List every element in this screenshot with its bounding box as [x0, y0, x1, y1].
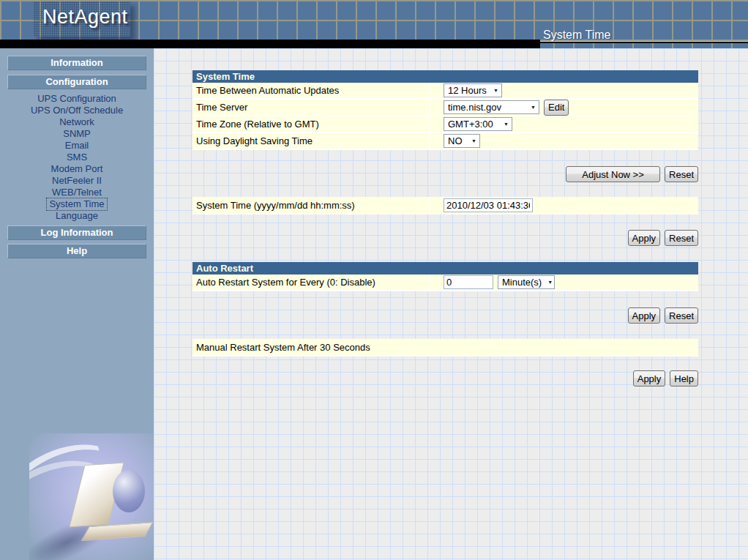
sidebar-section-log-information[interactable]: Log Information [7, 225, 146, 240]
time-zone-value: GMT+3:00 [448, 119, 493, 130]
auto-restart-unit-select[interactable]: Minute(s) ▼ [498, 275, 555, 289]
manual-restart-apply-button[interactable]: Apply [633, 370, 666, 387]
system-time-table-title: System Time [192, 70, 698, 83]
chevron-down-icon: ▼ [493, 88, 498, 93]
sidebar-section-help[interactable]: Help [7, 244, 146, 258]
sidebar-item-netfeeler-ii[interactable]: NetFeeler II [0, 175, 154, 187]
chevron-down-icon: ▼ [547, 280, 553, 285]
adjust-now-button[interactable]: Adjust Now >> [566, 166, 660, 182]
sidebar-item-sms[interactable]: SMS [0, 152, 154, 163]
netagent-illustration [29, 433, 154, 560]
daylight-saving-select[interactable]: NO ▼ [444, 134, 480, 148]
sidebar-config-links: UPS Configuration UPS On/Off Schedule Ne… [0, 93, 154, 222]
title-underline-dark [540, 42, 748, 43]
sidebar-section-information[interactable]: Information [7, 56, 146, 70]
main-content: System Time Time Between Automatic Updat… [154, 48, 748, 560]
manual-restart-help-button[interactable]: Help [670, 370, 698, 387]
auto-restart-interval-input[interactable] [444, 275, 493, 289]
sidebar-item-snmp[interactable]: SNMP [0, 128, 154, 140]
system-time-input[interactable] [444, 198, 533, 212]
table-row: Time Server time.nist.gov ▼ Edit [192, 100, 698, 116]
chevron-down-icon: ▼ [471, 138, 476, 143]
update-interval-select[interactable]: 12 Hours ▼ [444, 83, 502, 97]
update-interval-value: 12 Hours [448, 85, 487, 96]
table-row: Time Zone (Relative to GMT) GMT+3:00 ▼ [192, 116, 698, 133]
sidebar-item-system-time[interactable]: System Time [47, 198, 106, 210]
sidebar-item-ups-configuration[interactable]: UPS Configuration [0, 93, 154, 105]
adjust-reset-button[interactable]: Reset [665, 166, 698, 182]
app-header: NetAgent System Time [0, 0, 748, 48]
system-time-button-row: Apply Reset [192, 230, 698, 246]
header-divider-bar [0, 40, 540, 48]
table-row: Time Between Automatic Updates 12 Hours … [192, 83, 698, 100]
table-row: Auto Restart System for Every (0: Disabl… [192, 275, 698, 291]
row-label: Time Server [192, 100, 430, 115]
sidebar-item-email[interactable]: Email [0, 140, 154, 152]
auto-restart-table-title: Auto Restart [192, 262, 698, 275]
row-label: Using Daylight Saving Time [192, 133, 430, 149]
auto-restart-table: Auto Restart Auto Restart System for Eve… [192, 262, 698, 291]
time-server-value: time.nist.gov [448, 102, 501, 113]
auto-restart-unit-value: Minute(s) [502, 277, 542, 288]
time-zone-select[interactable]: GMT+3:00 ▼ [444, 117, 512, 131]
table-row: System Time (yyyy/mm/dd hh:mm:ss) [192, 197, 698, 214]
system-time-label: System Time (yyyy/mm/dd hh:mm:ss) [192, 197, 430, 213]
chevron-down-icon: ▼ [531, 105, 536, 110]
auto-restart-label: Auto Restart System for Every (0: Disabl… [192, 275, 430, 290]
app-logo: NetAgent [42, 6, 128, 29]
time-server-select[interactable]: time.nist.gov ▼ [444, 100, 539, 114]
table-row: Manual Restart System After 30 Seconds [192, 339, 698, 356]
page-title: System Time [543, 29, 610, 42]
sidebar-item-modem-port[interactable]: Modem Port [0, 163, 154, 175]
sidebar-item-network[interactable]: Network [0, 116, 154, 128]
system-time-value-table: System Time (yyyy/mm/dd hh:mm:ss) [192, 197, 698, 214]
manual-restart-button-row: Apply Help [192, 370, 698, 387]
adjust-button-row: Adjust Now >> Reset [192, 166, 698, 182]
auto-restart-apply-button[interactable]: Apply [628, 307, 661, 324]
table-row: Using Daylight Saving Time NO ▼ [192, 133, 698, 150]
sidebar-section-configuration[interactable]: Configuration [7, 75, 146, 89]
illustration-globe [113, 470, 145, 512]
chevron-down-icon: ▼ [504, 122, 509, 127]
sidebar: Information Configuration UPS Configurat… [0, 48, 154, 560]
auto-restart-button-row: Apply Reset [192, 307, 698, 324]
edit-time-server-button[interactable]: Edit [544, 100, 569, 116]
row-label: Time Zone (Relative to GMT) [192, 116, 430, 132]
system-time-table: System Time Time Between Automatic Updat… [192, 70, 698, 150]
manual-restart-table: Manual Restart System After 30 Seconds [192, 339, 698, 356]
auto-restart-reset-button[interactable]: Reset [665, 307, 698, 324]
sidebar-item-ups-on-off-schedule[interactable]: UPS On/Off Schedule [0, 105, 154, 116]
sidebar-item-language[interactable]: Language [0, 210, 154, 222]
system-time-reset-button[interactable]: Reset [665, 230, 698, 246]
manual-restart-label: Manual Restart System After 30 Seconds [192, 339, 698, 355]
sidebar-item-web-telnet[interactable]: WEB/Telnet [0, 187, 154, 198]
row-label: Time Between Automatic Updates [192, 83, 430, 98]
system-time-apply-button[interactable]: Apply [628, 230, 661, 246]
daylight-saving-value: NO [448, 135, 463, 146]
